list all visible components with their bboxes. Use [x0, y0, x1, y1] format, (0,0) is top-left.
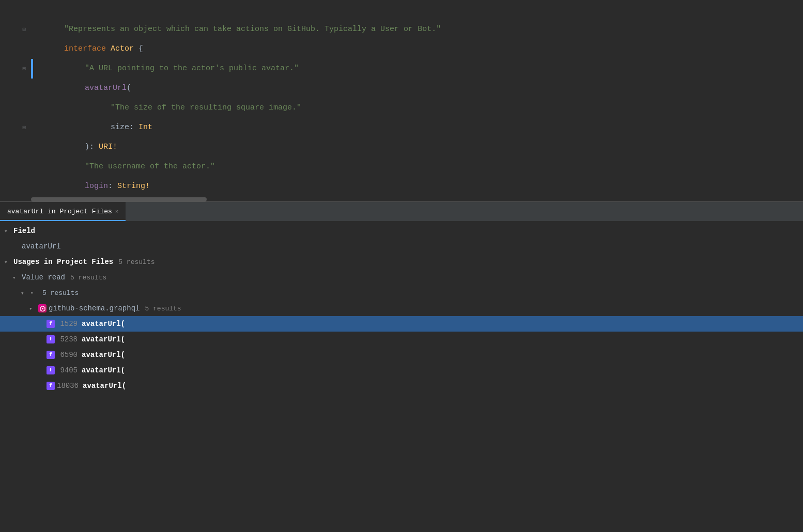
- code-line: "The size of the resulting square image.…: [0, 79, 803, 98]
- panel-tabs: avatarUrl in Project Files ×: [0, 201, 803, 221]
- result-entry-row[interactable]: f 6590 avatarUrl(: [0, 347, 803, 363]
- code-line: ⊟ ): URI!: [0, 118, 803, 137]
- field-section-row[interactable]: ▾ Field: [0, 223, 803, 239]
- result-func-name: avatarUrl(: [82, 320, 125, 328]
- line-number: 5238: [57, 335, 78, 343]
- value-read-count: 5 results: [70, 274, 106, 281]
- code-line: size: Int: [0, 98, 803, 118]
- result-entry-row[interactable]: f 1529 avatarUrl(: [0, 316, 803, 332]
- result-func-name: avatarUrl(: [82, 351, 125, 359]
- line-gutter: ⊟: [0, 26, 31, 33]
- file-name-label: github-schema.graphql: [49, 304, 140, 312]
- line-gutter: ⊟: [0, 124, 31, 131]
- value-read-row[interactable]: ▾ Value read 5 results: [0, 270, 803, 285]
- code-line: ⊟ interface Actor {: [0, 20, 803, 39]
- result-func-name: avatarUrl(: [83, 382, 126, 390]
- chevron-icon: ▾: [21, 290, 28, 296]
- result-entry-row[interactable]: f 18036 avatarUrl(: [0, 378, 803, 394]
- folder-row[interactable]: ▾ ▪ 5 results: [0, 285, 803, 301]
- file-row[interactable]: ▾ github-schema.graphql 5 results: [0, 301, 803, 316]
- file-count-badge: 5 results: [145, 305, 181, 312]
- result-func-name: avatarUrl(: [82, 366, 125, 374]
- code-line: login: String!: [0, 157, 803, 177]
- chevron-icon: ▾: [29, 305, 36, 312]
- code-line: "The HTTP path for this actor.": [0, 177, 803, 196]
- tab-avatar-url[interactable]: avatarUrl in Project Files ×: [0, 202, 126, 221]
- svg-point-0: [42, 308, 43, 309]
- func-icon: f: [47, 351, 55, 359]
- result-entry-row[interactable]: f 9405 avatarUrl(: [0, 363, 803, 378]
- tab-close-button[interactable]: ×: [115, 209, 119, 215]
- line-number: 6590: [57, 351, 78, 359]
- graphql-file-icon: [38, 304, 47, 312]
- line-gutter: ⊟: [0, 65, 31, 72]
- func-icon: f: [47, 382, 55, 390]
- folder-count: 5 results: [42, 289, 79, 297]
- result-func-name: avatarUrl(: [82, 335, 125, 343]
- line-number: 18036: [57, 382, 79, 390]
- func-icon: f: [47, 366, 55, 374]
- horizontal-scrollbar[interactable]: [31, 197, 207, 201]
- chevron-icon: ▾: [12, 274, 20, 281]
- usages-section-row[interactable]: ▾ Usages in Project Files 5 results: [0, 254, 803, 270]
- results-tree: ▾ Field avatarUrl ▾ Usages in Project Fi…: [0, 221, 803, 396]
- field-item-row[interactable]: avatarUrl: [0, 239, 803, 254]
- line-number: 1529: [57, 320, 78, 328]
- field-section-label: Field: [13, 227, 35, 235]
- code-line: "Represents an object which can take act…: [0, 0, 803, 20]
- usages-count-badge: 5 results: [118, 258, 155, 266]
- code-editor: "Represents an object which can take act…: [0, 0, 803, 201]
- func-icon: f: [47, 320, 55, 328]
- fold-icon[interactable]: ⊟: [22, 26, 26, 33]
- func-icon: f: [47, 335, 55, 343]
- active-line-marker: [31, 59, 33, 79]
- usages-section-label: Usages in Project Files: [13, 258, 113, 266]
- chevron-icon: ▾: [4, 228, 11, 234]
- results-panel[interactable]: ▾ Field avatarUrl ▾ Usages in Project Fi…: [0, 221, 803, 532]
- fold-icon[interactable]: ⊟: [22, 124, 26, 131]
- code-line: "A URL pointing to the actor's public av…: [0, 39, 803, 59]
- chevron-icon: ▾: [4, 259, 11, 265]
- fold-icon[interactable]: ⊟: [22, 65, 26, 72]
- result-entry-row[interactable]: f 5238 avatarUrl(: [0, 332, 803, 347]
- tab-label: avatarUrl in Project Files: [7, 208, 112, 215]
- line-number: 9405: [57, 366, 78, 374]
- code-line: "The username of the actor.": [0, 137, 803, 157]
- value-read-label: Value read: [22, 273, 65, 281]
- code-line: ⊟ avatarUrl(: [0, 59, 803, 79]
- folder-icon: ▪: [30, 289, 38, 297]
- field-item-label: avatarUrl: [22, 242, 61, 251]
